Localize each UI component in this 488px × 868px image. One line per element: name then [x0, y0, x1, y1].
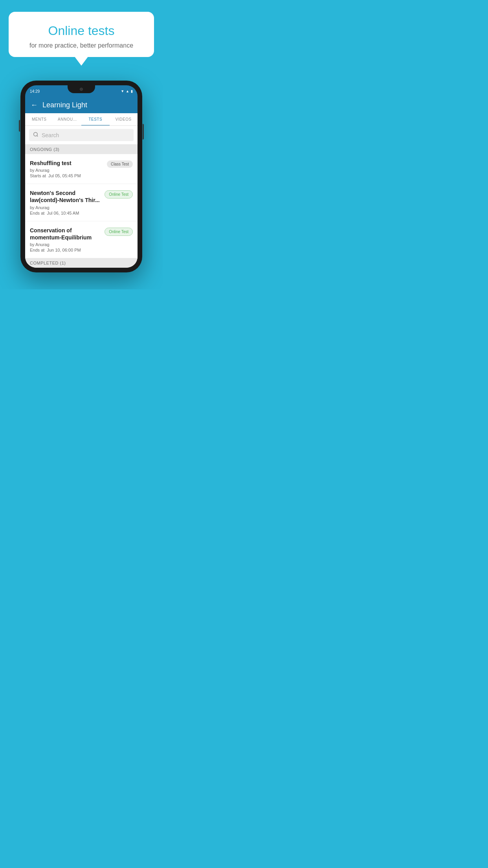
test-name-conservation: Conservation of momentum-Equilibrium	[30, 227, 101, 241]
test-author-conservation: by Anurag	[30, 242, 101, 247]
signal-icon: ▲	[126, 89, 129, 93]
volume-button	[19, 120, 20, 132]
app-header: ← Learning Light	[25, 97, 138, 113]
completed-section-header: COMPLETED (1)	[25, 258, 138, 268]
test-badge-reshuffling: Class Test	[107, 160, 133, 168]
ongoing-section-header: ONGOING (3)	[25, 145, 138, 154]
phone-mockup: 14:29 ▼ ▲ ▮ ← Learning Light MENTS ANNOU…	[20, 81, 142, 272]
test-date-conservation: Ends at Jun 10, 06:00 PM	[30, 248, 101, 252]
test-list: Reshuffling test by Anurag Starts at Jul…	[25, 154, 138, 258]
tab-videos[interactable]: VIDEOS	[110, 113, 138, 125]
test-item-reshuffling[interactable]: Reshuffling test by Anurag Starts at Jul…	[25, 154, 138, 184]
phone-screen: ← Learning Light MENTS ANNOU... TESTS VI…	[25, 97, 138, 268]
test-author-reshuffling: by Anurag	[30, 168, 104, 173]
svg-line-1	[37, 136, 38, 137]
test-badge-conservation: Online Test	[105, 228, 133, 236]
completed-section-title: COMPLETED (1)	[30, 261, 133, 265]
test-author-newton: by Anurag	[30, 205, 101, 210]
promo-area: Online tests for more practice, better p…	[0, 0, 163, 57]
test-info-conservation: Conservation of momentum-Equilibrium by …	[30, 227, 101, 252]
phone-notch	[68, 85, 95, 93]
test-date-newton: Ends at Jul 06, 10:45 AM	[30, 211, 101, 215]
search-input[interactable]: Search	[42, 132, 59, 138]
bubble-subtitle: for more practice, better performance	[20, 42, 142, 49]
tab-announcements[interactable]: ANNOU...	[53, 113, 82, 125]
search-input-wrapper[interactable]: Search	[29, 129, 134, 141]
bubble-title: Online tests	[20, 24, 142, 38]
test-info-reshuffling: Reshuffling test by Anurag Starts at Jul…	[30, 160, 104, 178]
ongoing-section-title: ONGOING (3)	[30, 147, 133, 152]
status-time: 14:29	[30, 89, 40, 94]
camera	[80, 88, 83, 91]
test-name-newton: Newton's Second law(contd)-Newton's Thir…	[30, 189, 101, 204]
test-item-conservation[interactable]: Conservation of momentum-Equilibrium by …	[25, 221, 138, 258]
status-icons: ▼ ▲ ▮	[121, 89, 133, 93]
test-item-newton[interactable]: Newton's Second law(contd)-Newton's Thir…	[25, 184, 138, 221]
speech-bubble: Online tests for more practice, better p…	[9, 12, 154, 57]
back-button[interactable]: ←	[31, 101, 38, 109]
svg-point-0	[34, 132, 37, 136]
tabs-bar: MENTS ANNOU... TESTS VIDEOS	[25, 113, 138, 126]
power-button	[143, 124, 144, 140]
wifi-icon: ▼	[121, 89, 124, 93]
status-bar: 14:29 ▼ ▲ ▮	[25, 85, 138, 97]
battery-icon: ▮	[131, 89, 133, 93]
tab-ments[interactable]: MENTS	[25, 113, 53, 125]
test-badge-newton: Online Test	[105, 190, 133, 199]
app-title: Learning Light	[42, 101, 87, 109]
test-info-newton: Newton's Second law(contd)-Newton's Thir…	[30, 189, 101, 215]
test-date-reshuffling: Starts at Jul 05, 05:45 PM	[30, 173, 104, 178]
search-icon	[33, 132, 39, 138]
test-name-reshuffling: Reshuffling test	[30, 160, 104, 167]
tab-tests[interactable]: TESTS	[81, 113, 110, 125]
search-container: Search	[25, 126, 138, 145]
